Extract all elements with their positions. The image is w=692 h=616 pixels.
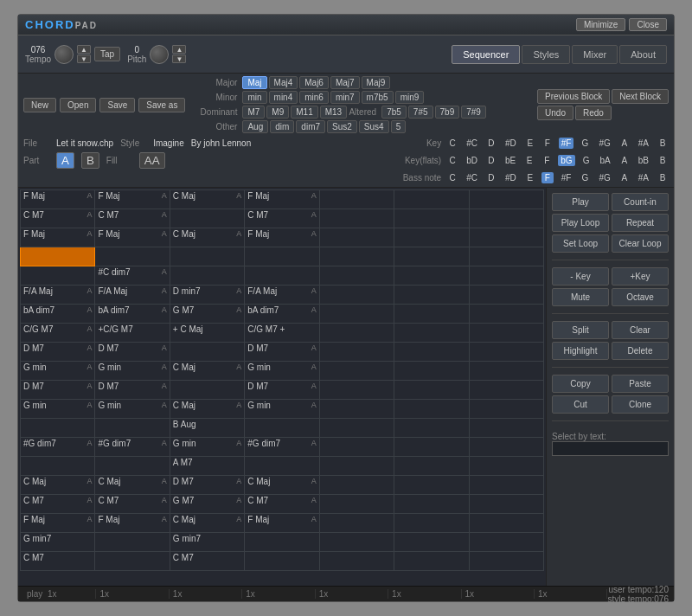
bn-sC[interactable]: #C [464, 172, 480, 183]
key-sF[interactable]: #F [559, 138, 574, 149]
grid-cell[interactable] [21, 266, 95, 286]
grid-cell[interactable] [319, 247, 394, 266]
kf-bG[interactable]: bG [558, 155, 574, 166]
grid-cell[interactable] [21, 457, 95, 476]
grid-cell[interactable] [170, 343, 244, 362]
grid-cell[interactable] [319, 362, 394, 381]
grid-cell[interactable] [469, 343, 543, 362]
grid-cell[interactable] [469, 400, 543, 419]
grid-cell[interactable] [394, 552, 469, 571]
bn-D[interactable]: D [485, 172, 497, 183]
pitch-up-button[interactable]: ▲ [172, 45, 186, 54]
kf-B[interactable]: B [657, 155, 669, 166]
chord-aug[interactable]: Aug [242, 120, 268, 133]
chord-maj7[interactable]: Maj7 [330, 76, 360, 89]
grid-cell[interactable] [245, 266, 319, 286]
cut-button[interactable]: Cut [552, 395, 609, 414]
grid-cell[interactable]: G minA [170, 438, 244, 457]
grid-cell[interactable]: D M7A [245, 381, 319, 400]
pitch-down-button[interactable]: ▼ [172, 55, 186, 63]
grid-cell[interactable] [394, 324, 469, 343]
key-sD[interactable]: #D [503, 138, 519, 149]
key-D[interactable]: D [485, 138, 497, 149]
grid-cell[interactable] [95, 419, 170, 438]
grid-cell[interactable] [469, 228, 543, 247]
grid-cell[interactable] [394, 362, 469, 381]
chord-min4[interactable]: min4 [269, 91, 298, 104]
bn-sD[interactable]: #D [503, 172, 519, 183]
grid-cell[interactable]: C MajA [170, 190, 244, 209]
grid-cell[interactable] [319, 400, 394, 419]
chord-grid[interactable]: F MajAF MajAC MajAF MajAC M7AC M7AC M7AF… [18, 188, 546, 586]
grid-cell[interactable]: D M7A [21, 343, 95, 362]
grid-cell[interactable]: C M7A [21, 209, 95, 228]
kf-bA[interactable]: bA [598, 155, 613, 166]
clone-button[interactable]: Clone [612, 395, 669, 414]
grid-cell[interactable]: C/G M7 + [245, 324, 319, 343]
chord-min[interactable]: min [242, 91, 266, 104]
grid-cell[interactable]: #C dim7A [95, 266, 170, 286]
chord-7b5[interactable]: 7b5 [381, 106, 407, 119]
delete-button[interactable]: Delete [612, 342, 669, 360]
chord-min7[interactable]: min7 [330, 91, 360, 104]
new-button[interactable]: New [23, 98, 56, 112]
grid-cell[interactable] [319, 381, 394, 400]
bn-sA[interactable]: #A [636, 172, 651, 183]
grid-cell[interactable] [95, 247, 170, 266]
kf-G[interactable]: G [580, 155, 593, 166]
grid-cell[interactable] [469, 247, 543, 266]
grid-cell[interactable] [319, 495, 394, 514]
bn-F[interactable]: F [541, 172, 554, 183]
grid-cell[interactable] [394, 533, 469, 552]
minimize-button[interactable]: Minimize [576, 18, 625, 31]
grid-cell[interactable] [469, 266, 543, 286]
key-sA[interactable]: #A [636, 138, 651, 149]
grid-cell[interactable] [394, 514, 469, 533]
grid-cell[interactable] [469, 381, 543, 400]
grid-cell[interactable] [21, 247, 95, 266]
grid-cell[interactable] [394, 419, 469, 438]
grid-cell[interactable]: D M7A [245, 343, 319, 362]
grid-cell[interactable]: D min7A [170, 286, 244, 305]
grid-cell[interactable]: C M7 [170, 552, 244, 571]
grid-cell[interactable] [21, 419, 95, 438]
grid-cell[interactable] [469, 305, 543, 324]
bn-E[interactable]: E [524, 172, 536, 183]
grid-cell[interactable] [394, 247, 469, 266]
grid-cell[interactable] [245, 247, 319, 266]
grid-cell[interactable] [469, 514, 543, 533]
chord-maj[interactable]: Maj [242, 76, 266, 89]
grid-cell[interactable] [469, 495, 543, 514]
key-G[interactable]: G [579, 138, 591, 149]
grid-cell[interactable] [394, 381, 469, 400]
tab-mixer[interactable]: Mixer [572, 45, 618, 64]
kf-bD[interactable]: bD [464, 155, 480, 166]
chord-m7[interactable]: M7 [242, 106, 265, 119]
repeat-button[interactable]: Repeat [612, 214, 669, 232]
bn-sG[interactable]: #G [596, 172, 612, 183]
grid-cell[interactable] [319, 343, 394, 362]
grid-cell[interactable] [394, 228, 469, 247]
grid-cell[interactable] [319, 209, 394, 228]
grid-cell[interactable] [394, 305, 469, 324]
grid-cell[interactable] [95, 457, 170, 476]
chord-5[interactable]: 5 [391, 120, 407, 133]
grid-cell[interactable]: C M7A [245, 495, 319, 514]
highlight-button[interactable]: Highlight [552, 342, 609, 360]
grid-cell[interactable] [170, 266, 244, 286]
grid-cell[interactable]: G minA [21, 362, 95, 381]
play-button[interactable]: Play [552, 193, 609, 211]
grid-cell[interactable] [170, 209, 244, 228]
bn-A[interactable]: A [618, 172, 631, 183]
grid-cell[interactable]: #G dim7A [21, 438, 95, 457]
copy-button[interactable]: Copy [552, 375, 609, 393]
chord-sus2[interactable]: Sus2 [327, 120, 357, 133]
grid-cell[interactable]: D M7A [95, 381, 170, 400]
grid-cell[interactable]: +C/G M7 [95, 324, 170, 343]
save-button[interactable]: Save [99, 98, 135, 112]
grid-cell[interactable]: G M7A [170, 495, 244, 514]
octave-button[interactable]: Octave [612, 288, 669, 306]
grid-cell[interactable]: bA dim7A [95, 305, 170, 324]
grid-cell[interactable]: #G dim7A [95, 438, 170, 457]
grid-cell[interactable]: F MajA [95, 190, 170, 209]
